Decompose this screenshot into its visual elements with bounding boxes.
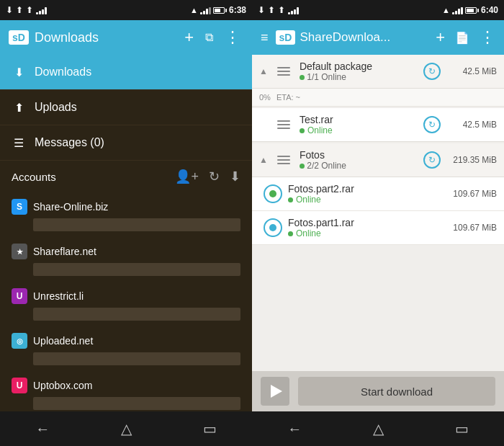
nav-item-downloads[interactable]: ⬇ Downloads xyxy=(0,55,252,89)
download-group-fotos: ▲ Fotos 2/2 Online ↻ xyxy=(252,143,504,245)
left-panel: ⬇ ⬆ ⬆ ▲ 6:38 xyxy=(0,0,252,446)
dl-item-status-part1: Online xyxy=(288,228,441,238)
home-button-left[interactable]: △ xyxy=(107,414,146,443)
upload2-arrow-icon: ⬆ xyxy=(26,5,33,15)
group-header-testrar: Test.rar Online ↻ 42.5 MiB xyxy=(252,108,504,142)
group-info-default: Default package 1/1 Online xyxy=(300,61,418,82)
right-top-title: ShareDownloa... xyxy=(300,30,428,45)
download-account-icon[interactable]: ⬇ xyxy=(230,169,240,184)
right-battery-icon xyxy=(465,7,479,14)
refresh-icon[interactable]: ↻ xyxy=(209,169,220,184)
group-size-default: 42.5 MiB xyxy=(446,66,497,76)
group-icon-default xyxy=(274,61,294,81)
group-dl-icon-fotos[interactable]: ↻ xyxy=(423,151,441,169)
group-icon-testrar xyxy=(274,115,294,135)
left-top-title: Downloads xyxy=(35,30,176,45)
dl-item-info-part1: Fotos.part1.rar Online xyxy=(288,217,441,238)
group-icon-fotos xyxy=(274,150,294,170)
more-icon-right[interactable]: ⋮ xyxy=(477,25,498,50)
uptobox-sub xyxy=(33,397,240,410)
download-group-testrar: Test.rar Online ↻ 42.5 MiB xyxy=(252,108,504,142)
progress-percent: 0% xyxy=(259,93,271,102)
dl-item-status-part2: Online xyxy=(288,195,441,205)
group-size-testrar: 42.5 MiB xyxy=(446,120,497,130)
account-item-unrestrict[interactable]: U Unrestrict.li xyxy=(0,282,252,326)
shareflare-sub xyxy=(33,263,240,276)
home-button-right[interactable]: △ xyxy=(359,414,398,443)
online-dot-testrar xyxy=(300,128,305,133)
app-logo-right: sD xyxy=(276,30,296,45)
right-upload2-icon: ⬆ xyxy=(278,5,285,15)
back-button-left[interactable]: ← xyxy=(21,415,64,443)
dl-item-size-part2: 109.67 MiB xyxy=(446,189,497,199)
chevron-icon-default[interactable]: ▲ xyxy=(259,66,268,76)
group-title-testrar: Test.rar xyxy=(300,114,418,125)
group-dl-icon-testrar[interactable]: ↻ xyxy=(423,116,441,133)
dl-item-icon-part1 xyxy=(264,218,282,237)
right-top-bar: ≡ sD ShareDownloa... + 📄 ⋮ xyxy=(252,20,504,55)
uploaded-name: Uploaded.net xyxy=(33,335,93,347)
progress-item-default: 0% ETA: ~ xyxy=(252,89,504,107)
chevron-icon-fotos[interactable]: ▲ xyxy=(259,155,268,165)
upload-arrow-icon: ⬆ xyxy=(16,5,23,15)
back-button-right[interactable]: ← xyxy=(273,415,316,443)
more-icon-left[interactable]: ⋮ xyxy=(222,25,243,50)
start-download-button[interactable]: Start download xyxy=(298,377,495,406)
downloads-nav-label: Downloads xyxy=(35,66,91,79)
right-wifi-icon: ▲ xyxy=(442,6,450,14)
unrestrict-name: Unrestrict.li xyxy=(33,290,84,302)
online-dot-part2 xyxy=(288,197,293,202)
left-time: 6:38 xyxy=(229,5,246,15)
account-item-uploaded[interactable]: ◎ Uploaded.net xyxy=(0,326,252,371)
right-status-icons: ⬇ ⬆ ⬆ xyxy=(258,5,299,15)
right-status-bar: ⬇ ⬆ ⬆ ▲ 6:40 xyxy=(252,0,504,20)
dl-item-name-part2: Fotos.part2.rar xyxy=(288,183,441,195)
share-online-name: Share-Online.biz xyxy=(33,201,108,213)
group-info-testrar: Test.rar Online xyxy=(300,114,418,135)
recents-button-right[interactable]: ▭ xyxy=(441,414,483,443)
add-account-icon[interactable]: 👤+ xyxy=(175,169,199,184)
unrestrict-icon: U xyxy=(12,288,27,304)
accounts-label: Accounts xyxy=(12,171,175,183)
account-item-shareflare[interactable]: ★ Shareflare.net xyxy=(0,237,252,282)
group-header-default: ▲ Default package 1/1 Online xyxy=(252,55,504,89)
play-button[interactable] xyxy=(261,377,289,406)
left-bottom-nav: ← △ ▭ xyxy=(0,411,252,446)
add-icon-left[interactable]: + xyxy=(181,25,197,50)
uptobox-name: Uptobox.com xyxy=(33,380,92,391)
nav-item-messages[interactable]: ☰ Messages (0) xyxy=(0,125,252,160)
copy-icon-left[interactable]: ⧉ xyxy=(202,28,216,47)
app-logo-left: sD xyxy=(9,30,29,45)
hamburger-icon[interactable]: ≡ xyxy=(258,27,271,48)
right-bottom-nav: ← △ ▭ xyxy=(252,411,504,446)
recents-button-left[interactable]: ▭ xyxy=(189,414,231,443)
group-dl-icon-default[interactable]: ↻ xyxy=(423,63,441,80)
uptobox-icon: U xyxy=(12,378,27,393)
right-mobile-signal-icon xyxy=(452,6,463,14)
right-time: 6:40 xyxy=(481,5,498,15)
group-info-fotos: Fotos 2/2 Online xyxy=(300,149,418,171)
start-download-bar: Start download xyxy=(252,371,504,411)
download-list: ▲ Default package 1/1 Online xyxy=(252,55,504,371)
shareflare-name: Shareflare.net xyxy=(33,246,96,257)
left-status-right: ▲ 6:38 xyxy=(190,5,246,15)
accounts-header: Accounts 👤+ ↻ ⬇ xyxy=(0,161,252,192)
refresh-circle-icon-fotos: ↻ xyxy=(428,155,436,165)
package-icon[interactable]: 📄 xyxy=(452,28,472,48)
nav-item-uploads[interactable]: ⬆ Uploads xyxy=(0,90,252,125)
add-icon-right[interactable]: + xyxy=(433,25,448,50)
mobile-signal-icon xyxy=(200,6,211,14)
progress-eta: ETA: ~ xyxy=(276,93,300,102)
download-item-fotos-part2: Fotos.part2.rar Online 109.67 MiB xyxy=(252,177,504,211)
account-item-share-online[interactable]: S Share-Online.biz xyxy=(0,192,252,237)
messages-nav-icon: ☰ xyxy=(12,136,26,150)
refresh-circle-icon-testrar: ↻ xyxy=(428,120,436,130)
share-online-icon: S xyxy=(12,199,27,215)
account-item-uptobox[interactable]: U Uptobox.com xyxy=(0,371,252,411)
account-list: S Share-Online.biz ★ Shareflare.net U Un… xyxy=(0,192,252,411)
online-dot-default xyxy=(300,75,305,80)
wifi-icon: ▲ xyxy=(190,6,198,14)
uploads-nav-icon: ⬆ xyxy=(12,101,26,115)
nav-section: ⬇ Downloads ⬆ Uploads ☰ Messages (0) xyxy=(0,55,252,161)
group-title-default: Default package xyxy=(300,61,418,72)
